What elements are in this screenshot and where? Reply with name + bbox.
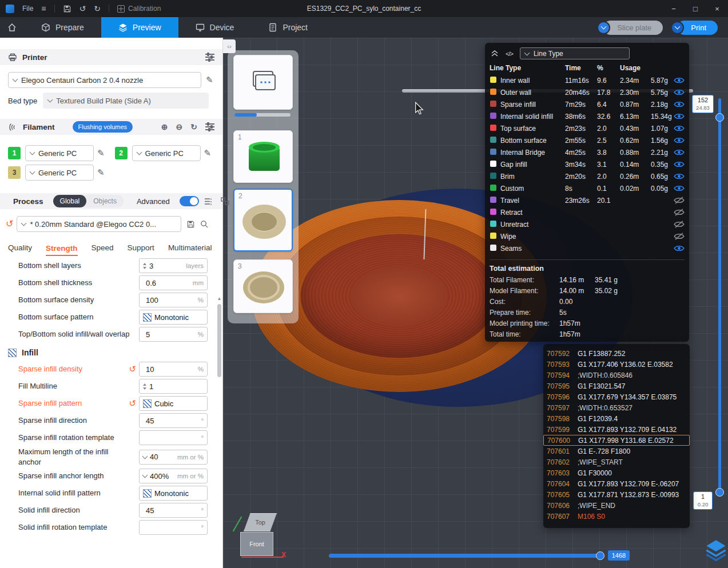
setting-input[interactable]: 45° [139,413,208,428]
gcode-line[interactable]: 707592G1 F13887.252 [543,348,690,359]
print-dropdown-button[interactable] [671,21,684,34]
gcode-line[interactable]: 707607M106 S0 [543,511,690,522]
gcode-line[interactable]: 707604G1 X177.893 Y132.709 E-.06207 [543,478,690,489]
edit-filament-icon[interactable]: ✎ [97,167,105,178]
tab-prepare[interactable]: Prepare [24,17,101,38]
filament-slot-badge[interactable]: 3 [8,166,21,179]
scrollbar-thumb[interactable] [217,304,221,377]
setting-input[interactable]: 5% [139,327,208,342]
save-icon[interactable] [63,5,71,13]
plate-thumbnail-3[interactable]: 3 [233,259,293,313]
edit-filament-icon[interactable]: ✎ [97,148,105,158]
filament-slot-badge[interactable]: 2 [115,147,128,159]
filament-select-1[interactable]: Generic PC [25,145,94,161]
reset-preset-icon[interactable]: ↺ [6,219,13,229]
sync-filament-icon[interactable]: ↻ [190,122,197,131]
visibility-off-icon[interactable] [674,197,685,204]
nav-cube-top-face[interactable]: Top [244,513,277,531]
visibility-on-icon[interactable] [674,125,685,132]
setting-pattern-select[interactable]: Monotonic [139,486,208,501]
add-filament-icon[interactable]: ⊕ [161,122,168,131]
close-button[interactable]: × [706,0,728,17]
visibility-on-icon[interactable] [674,173,685,180]
assembly-view-card[interactable] [233,55,293,110]
gcode-line[interactable]: 707598G1 F12039.4 [543,413,690,424]
visibility-off-icon[interactable] [674,221,685,228]
collapse-panel-icon[interactable] [491,50,499,57]
setting-input[interactable]: 1 [139,379,208,394]
filament-slot-badge[interactable]: 1 [8,147,21,159]
tab-home[interactable] [0,17,24,38]
printer-select[interactable]: Elegoo Centauri Carbon 2 0.4 nozzle [8,72,201,88]
gcode-line[interactable]: 707603G1 F30000 [543,467,690,478]
sidebar-scrollbar[interactable]: ▲ [217,296,222,568]
slice-plate-button[interactable]: Slice plate [603,21,663,35]
plate-thumbnail-1[interactable]: 1 [233,130,293,183]
visibility-on-icon[interactable] [674,161,685,168]
visibility-on-icon[interactable] [674,113,685,120]
tab-project[interactable]: Project [251,17,325,38]
tab-quality[interactable]: Quality [8,243,32,256]
setting-input[interactable]: 100% [139,293,208,307]
plate-thumbnail-2-selected[interactable]: 2 [233,189,293,251]
file-menu[interactable]: File [22,5,33,13]
save-preset-icon[interactable] [186,220,195,229]
scope-global[interactable]: Global [53,195,87,207]
layer-slider-bottom-handle[interactable] [715,488,724,497]
bed-type-select[interactable]: Textured Build Plate (Side A) [43,93,209,109]
flushing-volumes-button[interactable]: Flushing volumes [73,121,133,133]
spinner-arrows[interactable] [143,263,146,269]
scope-objects[interactable]: Objects [86,195,124,207]
gcode-line[interactable]: 707601G1 E-.728 F1800 [543,446,690,457]
visibility-on-icon[interactable] [674,245,685,252]
setting-input[interactable]: 3layers [139,258,208,273]
remove-filament-icon[interactable]: ⊖ [176,122,183,131]
setting-input[interactable]: 10% [139,362,208,377]
gcode-line[interactable]: 707605G1 X177.871 Y132.873 E-.00993 [543,489,690,500]
gcode-line[interactable]: 707606;WIPE_END [543,500,690,511]
scroll-up-arrow[interactable]: ▲ [217,296,222,301]
reset-setting-icon[interactable]: ↺ [129,364,136,374]
undo-icon[interactable]: ↺ [79,5,86,13]
gcode-view-icon[interactable]: </> [506,50,513,57]
visibility-on-icon[interactable] [674,89,685,96]
gcode-line[interactable]: 707596G1 X177.679 Y134.357 E.03875 [543,391,690,402]
visibility-on-icon[interactable] [674,149,685,156]
layer-slider-track[interactable] [718,98,721,496]
tab-multimaterial[interactable]: Multimaterial [168,243,212,256]
setting-pattern-select[interactable]: Cubic [139,396,208,411]
moves-slider-handle[interactable] [596,551,604,560]
setting-input[interactable]: 45° [139,503,208,518]
viewport-3d[interactable]: ‹› 1 2 [223,38,728,568]
edit-filament-icon[interactable]: ✎ [204,148,212,158]
filament-select-3[interactable]: Generic PC [25,165,94,181]
search-icon[interactable] [200,220,209,229]
gcode-line[interactable]: 707599G1 X177.893 Y132.709 E.04132 [543,424,690,435]
gcode-line-highlighted[interactable]: 707600G1 X177.998 Y131.68 E.02572 [543,435,690,446]
edit-printer-icon[interactable]: ✎ [206,75,213,85]
printer-settings-icon[interactable] [205,54,214,61]
tab-support[interactable]: Support [128,243,154,256]
tab-strength[interactable]: Strength [46,244,78,257]
sidebar-collapse-button[interactable]: ‹› [223,39,236,53]
visibility-off-icon[interactable] [674,209,685,216]
gcode-line[interactable]: 707594;WIDTH:0.605846 [543,370,690,381]
setting-input[interactable]: ° [139,520,208,535]
layer-slider-top-handle[interactable] [715,113,724,122]
filament-select-2[interactable]: Generic PC [132,145,201,161]
filament-settings-icon[interactable] [205,123,214,130]
menu-hamburger-icon[interactable]: ≡ [41,5,46,13]
gcode-line[interactable]: 707593G1 X177.406 Y136.02 E.03582 [543,359,690,370]
preset-select[interactable]: * 0.20mm Standard @Elegoo CC2 0... [17,216,181,232]
redo-icon[interactable]: ↻ [94,5,101,13]
calibration-menu[interactable]: Calibration [117,5,161,13]
tab-speed[interactable]: Speed [92,243,114,256]
setting-input[interactable]: 0.6mm [139,275,208,290]
param-list-icon[interactable] [204,198,213,205]
setting-combo-select[interactable]: 400%mm or % [139,469,208,483]
gcode-panel[interactable]: 707592G1 F13887.252707593G1 X177.406 Y13… [543,344,690,528]
reset-setting-icon[interactable]: ↺ [129,398,136,409]
visibility-off-icon[interactable] [674,233,685,240]
setting-pattern-select[interactable]: Monotonic [139,310,208,325]
visibility-on-icon[interactable] [674,137,685,144]
